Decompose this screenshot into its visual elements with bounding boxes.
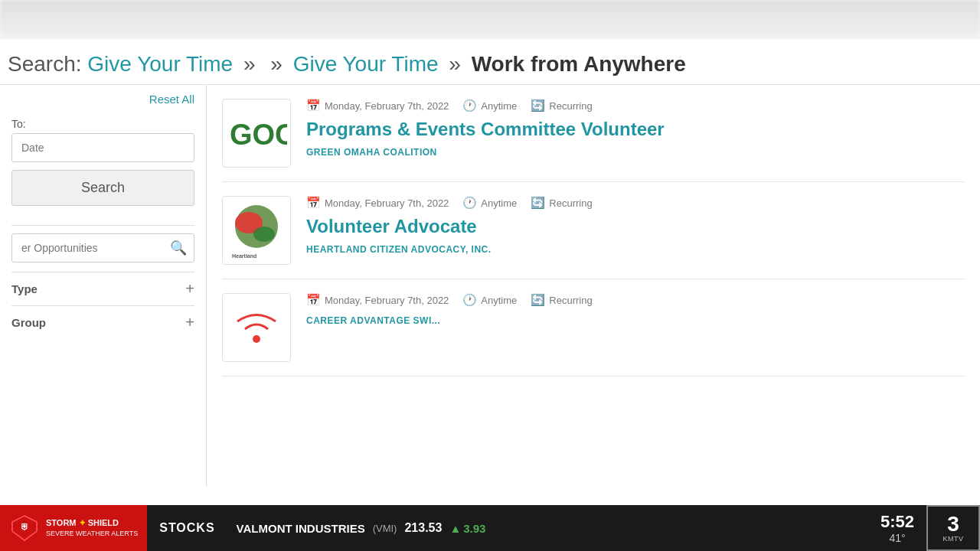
clock-icon-1: 🕐: [462, 99, 477, 112]
result-card-3: 📅 Monday, February 7th, 2022 🕐 Anytime 🔄…: [222, 279, 965, 377]
sidebar-divider: [11, 225, 194, 226]
time-text-2: Anytime: [481, 197, 517, 209]
svg-text:Heartland: Heartland: [232, 253, 256, 259]
date-text-2: Monday, February 7th, 2022: [325, 197, 449, 209]
filter-group-label: Group: [11, 316, 46, 329]
result-logo-3: [222, 293, 291, 362]
date-input[interactable]: [11, 133, 194, 162]
time-text-1: Anytime: [481, 100, 517, 112]
stock-symbol: (VMI): [373, 523, 397, 534]
storm-shield-icon: ⛨: [9, 513, 40, 543]
filter-type-label: Type: [11, 282, 38, 295]
date-text-3: Monday, February 7th, 2022: [325, 295, 449, 306]
result-logo-1: GOC: [222, 99, 291, 168]
shield-svg: ⛨: [11, 514, 38, 542]
breadcrumb: Search: Give Your Time » » Give Your Tim…: [0, 38, 980, 85]
svg-point-6: [253, 335, 260, 343]
result-meta-2: 📅 Monday, February 7th, 2022 🕐 Anytime 🔄…: [306, 196, 965, 210]
stock-arrow: ▲: [449, 522, 461, 535]
date-text-1: Monday, February 7th, 2022: [325, 100, 449, 112]
result-org-1: GREEN OMAHA COALITION: [306, 147, 437, 158]
date-meta-1: 📅 Monday, February 7th, 2022: [306, 99, 449, 112]
calendar-icon-2: 📅: [306, 196, 321, 210]
recurring-meta-3: 🔄 Recurring: [531, 293, 592, 307]
stock-price: 213.53: [404, 521, 442, 535]
svg-text:GOC: GOC: [230, 119, 287, 151]
result-info-1: 📅 Monday, February 7th, 2022 🕐 Anytime 🔄…: [306, 99, 965, 168]
stocks-label: STOCKS: [147, 521, 227, 535]
result-meta-3: 📅 Monday, February 7th, 2022 🕐 Anytime 🔄…: [306, 293, 965, 307]
time-value: 5:52: [880, 512, 914, 532]
results-panel: GOC 📅 Monday, February 7th, 2022 🕐 Anyti…: [207, 85, 980, 487]
filter-type-expand-icon: +: [185, 280, 194, 298]
stock-change-value: 3.93: [463, 522, 485, 535]
time-text-3: Anytime: [481, 295, 517, 306]
search-icon: 🔍: [170, 240, 187, 256]
search-button[interactable]: Search: [11, 170, 194, 206]
recurring-text-3: Recurring: [549, 295, 592, 306]
breadcrumb-separator-1: »: [243, 52, 261, 76]
main-content: Search: Give Your Time » » Give Your Tim…: [0, 38, 980, 505]
breadcrumb-current: Work from Anywhere: [472, 52, 686, 76]
date-group: To:: [11, 118, 194, 170]
reset-all-container: Reset All: [11, 93, 194, 106]
recurring-meta-1: 🔄 Recurring: [531, 99, 592, 112]
recurring-text-2: Recurring: [549, 197, 592, 209]
filter-group-group[interactable]: Group +: [11, 305, 194, 339]
top-blur-header: [0, 0, 980, 38]
stock-name: VALMONT INDUSTRIES: [237, 522, 365, 535]
breadcrumb-link-1[interactable]: Give Your Time: [87, 52, 233, 76]
search-opportunities-input[interactable]: [11, 233, 194, 262]
breadcrumb-link-2[interactable]: Give Your Time: [293, 52, 439, 76]
filter-type-group[interactable]: Type +: [11, 272, 194, 305]
recurring-icon-2: 🔄: [531, 196, 545, 210]
result-card-1: GOC 📅 Monday, February 7th, 2022 🕐 Anyti…: [222, 85, 965, 182]
temp-value: 41°: [880, 532, 914, 544]
stock-ticker: VALMONT INDUSTRIES (VMI) 213.53 ▲ 3.93: [227, 521, 495, 535]
filter-group-expand-icon: +: [185, 314, 194, 331]
storm-shield-badge: ⛨ STORM ✦ SHIELD SEVERE WEATHER ALERTS: [0, 505, 147, 551]
time-display: 5:52 41°: [868, 512, 926, 544]
recurring-icon-3: 🔄: [531, 293, 545, 307]
bottom-right: 5:52 41° 3 KMTV: [868, 505, 980, 551]
svg-point-3: [253, 227, 275, 242]
result-card-2: Heartland Citizen Advocacy 📅 Monday, Feb…: [222, 182, 965, 279]
channel-logo: 3 KMTV: [926, 505, 980, 551]
svg-text:⛨: ⛨: [21, 522, 29, 531]
clock-icon-2: 🕐: [462, 196, 477, 210]
result-info-2: 📅 Monday, February 7th, 2022 🕐 Anytime 🔄…: [306, 196, 965, 265]
storm-shield-text: STORM ✦ SHIELD SEVERE WEATHER ALERTS: [46, 518, 138, 538]
time-meta-3: 🕐 Anytime: [462, 293, 517, 307]
goc-logo-svg: GOC: [226, 110, 287, 156]
date-meta-2: 📅 Monday, February 7th, 2022: [306, 196, 449, 210]
result-title-1[interactable]: Programs & Events Committee Volunteer: [306, 119, 965, 141]
channel-number: 3: [947, 514, 959, 535]
to-label: To:: [11, 118, 194, 130]
result-meta-1: 📅 Monday, February 7th, 2022 🕐 Anytime 🔄…: [306, 99, 965, 112]
search-opportunities-container: 🔍: [11, 233, 194, 262]
reset-all-link[interactable]: Reset All: [149, 93, 194, 106]
recurring-text-1: Recurring: [549, 100, 592, 112]
time-meta-1: 🕐 Anytime: [462, 99, 517, 112]
result-logo-2: Heartland Citizen Advocacy: [222, 196, 291, 265]
storm-line1: STORM ✦ SHIELD: [46, 518, 119, 527]
content-layout: Reset All To: Search 🔍 Type + Group +: [0, 85, 980, 487]
channel-name: KMTV: [942, 535, 963, 543]
recurring-meta-2: 🔄 Recurring: [531, 196, 592, 210]
breadcrumb-separator-extra: »: [270, 52, 288, 76]
time-meta-2: 🕐 Anytime: [462, 196, 517, 210]
result-org-2: HEARTLAND CITIZEN ADVOCACY, INC.: [306, 244, 492, 255]
search-label: Search:: [8, 52, 82, 76]
career-logo-svg: [226, 297, 287, 358]
result-org-3: CAREER ADVANTAGE SWI...: [306, 315, 440, 326]
bottom-bar: ⛨ STORM ✦ SHIELD SEVERE WEATHER ALERTS S…: [0, 505, 980, 551]
storm-line2: SEVERE WEATHER ALERTS: [46, 530, 138, 537]
calendar-icon-3: 📅: [306, 293, 321, 307]
result-title-2[interactable]: Volunteer Advocate: [306, 216, 965, 238]
heartland-logo-svg: Heartland Citizen Advocacy: [226, 200, 287, 261]
stock-change: ▲ 3.93: [449, 522, 485, 535]
date-meta-3: 📅 Monday, February 7th, 2022: [306, 293, 449, 307]
breadcrumb-separator-2: »: [449, 52, 466, 76]
recurring-icon-1: 🔄: [531, 99, 545, 112]
calendar-icon-1: 📅: [306, 99, 321, 112]
